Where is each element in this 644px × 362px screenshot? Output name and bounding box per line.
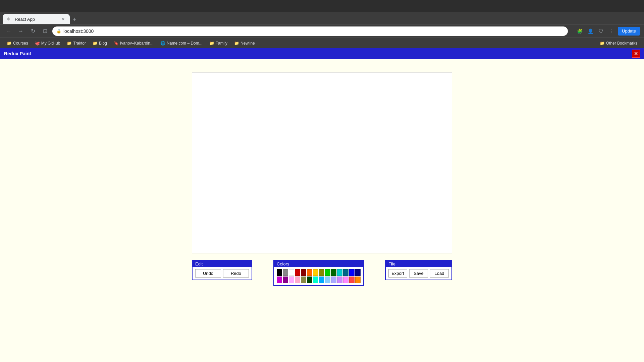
color-swatch-row2-8[interactable]	[325, 277, 330, 283]
color-swatch-row2-4[interactable]	[301, 277, 306, 283]
colors-panel-header: Colors	[274, 261, 363, 267]
color-swatch-row1-12[interactable]	[349, 269, 355, 276]
undo-button[interactable]: Undo	[195, 269, 221, 278]
bookmark-newline-icon: 📁	[234, 41, 239, 46]
title-bar	[0, 0, 644, 12]
export-button[interactable]: Export	[388, 269, 407, 278]
file-panel-header: File	[386, 261, 451, 267]
tab-close-button[interactable]: ✕	[60, 16, 66, 22]
bookmark-ivanov-label: Ivanov–Kabardin...	[120, 41, 154, 46]
other-bookmarks-button[interactable]: 📁 Other Bookmarks	[597, 40, 640, 47]
file-panel-content: Export Save Load	[386, 267, 451, 280]
color-swatch-row2-0[interactable]	[277, 277, 282, 283]
file-buttons: Export Save Load	[388, 269, 449, 278]
color-swatch-row1-2[interactable]	[289, 269, 294, 276]
color-swatch-row2-7[interactable]	[319, 277, 324, 283]
forward-button[interactable]: →	[16, 26, 25, 36]
new-tab-button[interactable]: +	[70, 15, 79, 24]
colors-panel-content	[274, 267, 363, 285]
bookmark-traktor[interactable]: 📁 Traktor	[64, 40, 89, 47]
profile-icon[interactable]: 👤	[586, 26, 595, 36]
canvas-area: Edit Undo Redo Colors	[0, 59, 644, 362]
bookmark-blog-label: Blog	[99, 41, 107, 46]
edit-panel-header: Edit	[193, 261, 252, 267]
app-title: Redux Paint	[4, 51, 31, 56]
app-close-button[interactable]: ✕	[632, 50, 640, 58]
bottom-panels: Edit Undo Redo Colors	[192, 260, 452, 286]
color-swatch-row2-12[interactable]	[349, 277, 355, 283]
bookmark-github[interactable]: 🐙 My GitHub	[32, 40, 63, 47]
color-swatch-row1-13[interactable]	[355, 269, 361, 276]
color-swatch-row1-6[interactable]	[313, 269, 318, 276]
color-swatch-row2-1[interactable]	[283, 277, 288, 283]
extensions-icon[interactable]: 🧩	[575, 26, 584, 36]
other-bookmarks-label: Other Bookmarks	[606, 41, 637, 46]
active-tab[interactable]: ⚛ React App ✕	[3, 14, 70, 24]
color-swatch-row1-7[interactable]	[319, 269, 324, 276]
bookmark-courses-label: Courses	[13, 41, 28, 46]
toolbar-right: 🧩 👤 🛡 ⋮ Update	[571, 26, 640, 36]
color-swatch-row1-9[interactable]	[331, 269, 336, 276]
bookmark-courses[interactable]: 📁 Courses	[4, 40, 31, 47]
save-button[interactable]: Save	[409, 269, 428, 278]
browser-toolbar: ← → ↻ ⊡ 🔒 localhost:3000 🧩 👤 🛡 ⋮ Update	[0, 24, 644, 38]
bookmark-name-icon: 🌐	[160, 41, 165, 46]
bookmark-github-icon: 🐙	[35, 41, 40, 46]
other-bookmarks-icon: 📁	[600, 41, 605, 46]
bookmark-newline[interactable]: 📁 Newline	[231, 40, 258, 47]
app-header: Redux Paint ✕	[0, 48, 644, 59]
color-row-2	[277, 277, 361, 283]
color-swatch-row1-0[interactable]	[277, 269, 282, 276]
redo-button[interactable]: Redo	[223, 269, 249, 278]
close-icon: ✕	[634, 51, 638, 56]
bookmark-family[interactable]: 📁 Family	[207, 40, 230, 47]
color-swatch-row1-1[interactable]	[283, 269, 288, 276]
home-button[interactable]: ⊡	[40, 26, 50, 36]
bookmark-name[interactable]: 🌐 Name.com – Dom...	[158, 40, 205, 47]
file-panel: File Export Save Load	[385, 260, 452, 280]
bookmark-blog[interactable]: 📁 Blog	[90, 40, 110, 47]
color-swatch-row2-5[interactable]	[307, 277, 312, 283]
bookmark-newline-label: Newline	[240, 41, 255, 46]
bookmarks-bar: 📁 Courses 🐙 My GitHub 📁 Traktor 📁 Blog 🔖…	[0, 38, 644, 48]
color-swatch-row2-9[interactable]	[331, 277, 336, 283]
color-swatch-row2-2[interactable]	[289, 277, 294, 283]
bookmark-ivanov[interactable]: 🔖 Ivanov–Kabardin...	[111, 40, 156, 47]
back-button[interactable]: ←	[4, 26, 13, 36]
color-grid	[277, 269, 361, 283]
drawing-canvas[interactable]	[192, 72, 452, 253]
color-swatch-row2-11[interactable]	[343, 277, 348, 283]
settings-icon[interactable]: ⋮	[607, 26, 616, 36]
color-swatch-row1-4[interactable]	[301, 269, 306, 276]
color-swatch-row1-3[interactable]	[295, 269, 300, 276]
edit-panel-content: Undo Redo	[193, 267, 252, 280]
edit-panel: Edit Undo Redo	[192, 260, 252, 280]
bookmark-family-label: Family	[216, 41, 227, 46]
bookmark-github-label: My GitHub	[41, 41, 60, 46]
bookmark-ivanov-icon: 🔖	[114, 41, 119, 46]
color-swatch-row1-11[interactable]	[343, 269, 348, 276]
color-swatch-row2-6[interactable]	[313, 277, 318, 283]
color-swatch-row2-3[interactable]	[295, 277, 300, 283]
reload-button[interactable]: ↻	[28, 26, 38, 36]
bookmark-blog-icon: 📁	[93, 41, 98, 46]
color-swatch-row2-13[interactable]	[355, 277, 361, 283]
color-row-1	[277, 269, 361, 276]
bookmark-traktor-icon: 📁	[67, 41, 72, 46]
color-swatch-row1-8[interactable]	[325, 269, 330, 276]
bookmark-name-label: Name.com – Dom...	[167, 41, 203, 46]
colors-panel: Colors	[273, 260, 364, 286]
color-swatch-row2-10[interactable]	[337, 277, 342, 283]
shield-icon[interactable]: 🛡	[596, 26, 606, 36]
color-swatch-row1-10[interactable]	[337, 269, 342, 276]
lock-icon: 🔒	[56, 29, 61, 34]
bookmark-courses-icon: 📁	[7, 41, 12, 46]
update-button[interactable]: Update	[618, 27, 640, 36]
color-swatch-row1-5[interactable]	[307, 269, 312, 276]
load-button[interactable]: Load	[430, 269, 449, 278]
url-text: localhost:3000	[63, 28, 94, 34]
address-bar[interactable]: 🔒 localhost:3000	[52, 26, 568, 36]
tab-bar: ⚛ React App ✕ +	[0, 12, 644, 24]
tab-favicon: ⚛	[7, 16, 12, 22]
bookmark-traktor-label: Traktor	[73, 41, 86, 46]
